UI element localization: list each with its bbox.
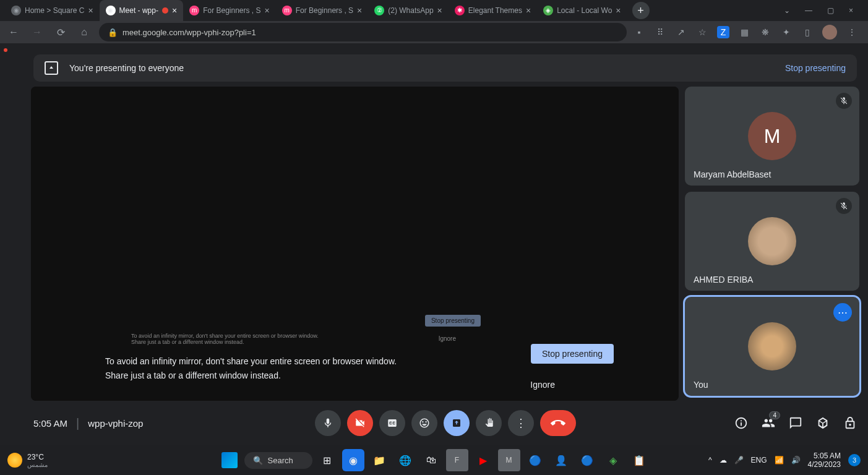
whatsapp-icon: ②	[374, 6, 384, 15]
language-indicator[interactable]: ENG	[751, 456, 767, 464]
close-icon[interactable]: ×	[616, 6, 621, 15]
task-view-icon[interactable]: ⊞	[316, 449, 338, 471]
camera-icon[interactable]: ▪	[633, 26, 645, 38]
maximize-icon[interactable]: ▢	[827, 6, 834, 15]
start-button[interactable]	[218, 449, 241, 471]
forward-button[interactable]: →	[28, 24, 46, 41]
onedrive-icon[interactable]: ☁	[720, 456, 727, 464]
close-icon[interactable]: ×	[849, 6, 853, 15]
taskbar-search[interactable]: 🔍 Search	[244, 452, 312, 469]
browser-tab[interactable]: ② (2) WhatsApp ×	[368, 0, 449, 21]
browser-tab[interactable]: ◉ Meet - wpp- ×	[100, 0, 184, 21]
address-bar: ← → ⟳ ⌂ 🔒 meet.google.com/wpp-vphi-zop?p…	[0, 21, 868, 43]
close-icon[interactable]: ×	[265, 6, 270, 15]
share-icon[interactable]: ↗	[675, 26, 687, 38]
mic-button[interactable]	[315, 410, 341, 436]
translate-icon[interactable]: ⠿	[654, 26, 666, 38]
url-input[interactable]: 🔒 meet.google.com/wpp-vphi-zop?pli=1	[99, 23, 627, 41]
stop-presenting-link[interactable]: Stop presenting	[785, 63, 846, 73]
browser-tab[interactable]: ✱ Elegant Themes ×	[449, 0, 537, 21]
m-icon: m	[282, 6, 292, 15]
profile-avatar[interactable]	[822, 25, 837, 40]
present-screen-button[interactable]	[444, 410, 470, 436]
mic-tray-icon[interactable]: 🎤	[734, 456, 744, 464]
more-options-button[interactable]: ⋮	[508, 410, 534, 436]
avatar: M	[748, 112, 796, 160]
info-button[interactable]	[734, 416, 748, 430]
app-icon[interactable]: M	[498, 449, 520, 471]
notification-badge[interactable]: 3	[848, 454, 861, 466]
mic-muted-icon	[836, 93, 852, 109]
ext-icon[interactable]: ▦	[738, 26, 750, 38]
reader-icon[interactable]: ▯	[801, 26, 814, 38]
raise-hand-button[interactable]	[476, 410, 502, 436]
tab-title: Home > Square C	[25, 6, 84, 15]
meeting-time: 5:05 AM	[33, 418, 67, 429]
elegant-icon: ✱	[455, 6, 465, 15]
back-button[interactable]: ←	[5, 24, 22, 41]
reactions-button[interactable]	[411, 410, 437, 436]
participant-tile-self[interactable]: ⋯ You	[685, 297, 859, 396]
local-icon: ◈	[543, 6, 553, 15]
app-icon[interactable]: 👤	[550, 449, 572, 471]
ext-icon[interactable]: ❋	[759, 26, 771, 38]
close-icon[interactable]: ×	[88, 6, 93, 15]
lock-icon: 🔒	[108, 28, 118, 37]
weather-widget[interactable]: 23°C مشمس	[7, 453, 48, 468]
chevron-down-icon[interactable]: ⌄	[784, 6, 790, 15]
meeting-controls: ⋮	[315, 410, 576, 436]
menu-icon[interactable]: ⋮	[846, 26, 858, 38]
volume-icon[interactable]: 🔊	[791, 456, 801, 464]
browser-tab[interactable]: ◉ Home > Square C ×	[5, 0, 100, 21]
hangup-button[interactable]	[540, 410, 576, 436]
bookmark-icon[interactable]: ☆	[696, 26, 708, 38]
browser-tab[interactable]: ◈ Local - Local Wo ×	[537, 0, 627, 21]
reload-button[interactable]: ⟳	[52, 24, 69, 41]
participant-tile[interactable]: M Maryam AbdelBaset	[685, 87, 859, 186]
close-icon[interactable]: ×	[172, 6, 177, 15]
home-button[interactable]: ⌂	[75, 24, 93, 41]
wifi-icon[interactable]: 📶	[775, 456, 784, 464]
tab-title: Elegant Themes	[468, 6, 522, 15]
app-icon[interactable]: 📋	[628, 449, 650, 471]
tab-title: (2) WhatsApp	[388, 6, 433, 15]
close-icon[interactable]: ×	[357, 6, 362, 15]
edge-icon[interactable]: 🌐	[394, 449, 416, 471]
browser-tab[interactable]: m For Beginners , S ×	[276, 0, 369, 21]
new-tab-button[interactable]: +	[632, 2, 650, 19]
chrome-icon[interactable]: 🔵	[576, 449, 598, 471]
tray-clock[interactable]: 5:05 AM 4/29/2023	[808, 451, 841, 469]
chevron-up-icon[interactable]: ^	[708, 456, 712, 464]
participant-tile[interactable]: AHMED ERIBA	[685, 192, 859, 291]
app-icon[interactable]: ◉	[342, 449, 364, 471]
mic-muted-icon	[836, 198, 852, 214]
chat-button[interactable]	[789, 416, 802, 430]
system-tray: ^ ☁ 🎤 ENG 📶 🔊 5:05 AM 4/29/2023 3	[708, 451, 861, 469]
presenting-text: You're presenting to everyone	[69, 63, 184, 73]
browser-tab[interactable]: m For Beginners , S ×	[183, 0, 276, 21]
close-icon[interactable]: ×	[437, 6, 442, 15]
activities-button[interactable]	[816, 416, 830, 430]
infinity-mirror-message: To avoid an infinity mirror, don't share…	[105, 354, 397, 382]
camera-off-button[interactable]	[347, 410, 373, 436]
participant-tiles: M Maryam AbdelBaset AHMED ERIBA ⋯ You	[685, 87, 859, 401]
zoom-ext-icon[interactable]: Z	[717, 26, 729, 38]
more-options-icon[interactable]: ⋯	[833, 303, 852, 322]
local-icon[interactable]: ◈	[602, 449, 624, 471]
minimize-icon[interactable]: —	[805, 6, 812, 15]
chrome-icon[interactable]: 🔵	[524, 449, 546, 471]
participant-name: You	[694, 380, 708, 390]
explorer-icon[interactable]: 📁	[368, 449, 390, 471]
close-icon[interactable]: ×	[526, 6, 531, 15]
tab-title: Meet - wpp-	[119, 6, 158, 15]
store-icon[interactable]: 🛍	[420, 449, 442, 471]
stop-presenting-button[interactable]: Stop presenting	[531, 344, 614, 364]
app-icon[interactable]: F	[446, 449, 468, 471]
ignore-button[interactable]: Ignore	[530, 380, 555, 390]
extensions-icon[interactable]: ✦	[780, 26, 793, 38]
captions-button[interactable]	[379, 410, 405, 436]
host-controls-button[interactable]	[843, 416, 857, 430]
people-button[interactable]: 4	[762, 416, 775, 430]
youtube-icon[interactable]: ▶	[472, 449, 494, 471]
participant-name: Maryam AbdelBaset	[694, 169, 771, 179]
